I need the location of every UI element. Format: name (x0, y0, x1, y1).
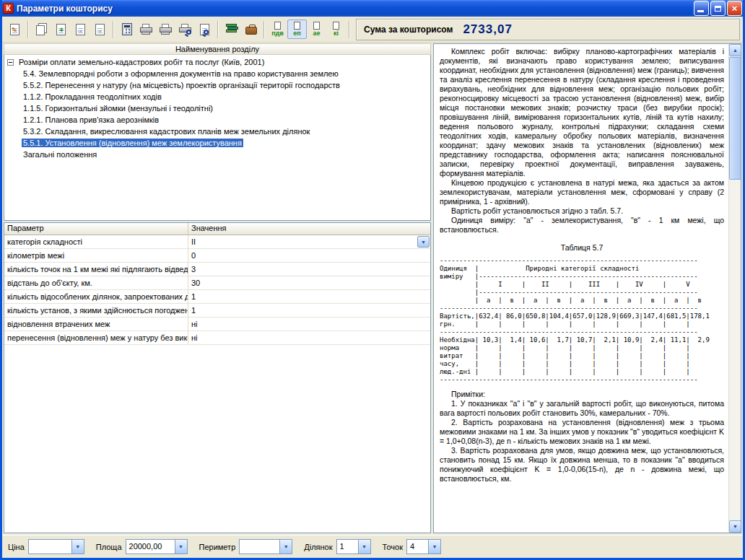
grid-header: Параметр Значення (4, 223, 430, 235)
ki-toggle-button[interactable]: кі (326, 19, 346, 39)
document-plus-icon: + (56, 24, 66, 35)
param-name: відновлення втрачених меж (4, 318, 188, 331)
table-title: Таблиця 5.7 (440, 243, 724, 253)
print-preview-button[interactable] (175, 19, 195, 39)
note-paragraph: 1. У показниках "а" і "в" у загальній ва… (440, 399, 724, 418)
chevron-down-icon[interactable]: ▼ (428, 540, 440, 554)
points-combobox[interactable]: 4 ▼ (406, 539, 441, 554)
view-document-button[interactable]: ✎ (5, 19, 25, 39)
toolbar-separator (113, 21, 114, 38)
plots-combobox[interactable]: 1 ▼ (336, 539, 371, 554)
ki-label: кі (334, 30, 339, 37)
param-row[interactable]: кілометрів межі 0 (4, 249, 430, 263)
collapse-icon[interactable] (7, 59, 14, 66)
chevron-down-icon[interactable]: ▼ (279, 540, 292, 554)
ae-toggle-button[interactable]: ае (307, 19, 326, 39)
price-table: ----------------------------------------… (440, 257, 724, 384)
toolbar-separator (217, 21, 219, 38)
price-label: Ціна (8, 543, 25, 551)
plots-label: Ділянок (304, 543, 332, 551)
points-value: 4 (407, 540, 428, 554)
description-paragraph: Вартість робіт установлюється згідно з т… (440, 206, 724, 216)
tree-item[interactable]: 5.3.2. Складання, викреслювання кадастро… (4, 126, 430, 137)
copy-document-button[interactable] (32, 19, 51, 39)
scroll-down-icon[interactable]: ▼ (729, 520, 741, 533)
perimeter-combobox[interactable]: ▼ (239, 539, 292, 554)
tree-item[interactable]: 1.1.2. Прокладання теодолітних ходів (4, 91, 430, 102)
toolbar-separator (349, 21, 350, 38)
left-panel: Найменування розділу Розміри оплати земе… (4, 43, 431, 533)
param-value: 1 (188, 290, 430, 303)
vertical-scrollbar[interactable]: ▲ ▼ (728, 44, 741, 533)
tree-item-selected[interactable]: 5.5.1. Установлення (відновлення) меж зе… (4, 137, 430, 149)
param-value: II (191, 237, 196, 246)
chevron-down-icon[interactable]: ▼ (175, 540, 187, 554)
tree-item-root[interactable]: Розміри оплати земельно-кадастрових робі… (4, 56, 430, 68)
notes-title: Примітки: (440, 390, 724, 399)
param-name: категорія складності (4, 235, 188, 248)
chevron-down-icon[interactable]: ▼ (417, 236, 430, 248)
param-name: кількість установ, з якими здійснюється … (4, 304, 188, 317)
minimize-button[interactable] (694, 1, 709, 16)
tree-item-label: 5.4. Землевпорядні роботи з оформлення д… (22, 69, 340, 78)
books-icon (226, 24, 238, 35)
area-combobox[interactable]: 20000,00 ▼ (126, 539, 188, 554)
param-name: відстань до об'єкту, км. (4, 276, 188, 289)
document-export-icon: → (95, 24, 105, 35)
param-row[interactable]: кількість відособлених ділянок, запроект… (4, 290, 430, 304)
param-name: перенесення (відновлення) меж у натуру б… (4, 331, 188, 344)
tree-item[interactable]: 5.4. Землевпорядні роботи з оформлення д… (4, 68, 430, 79)
tree-item-label: 1.1.2. Прокладання теодолітних ходів (22, 92, 163, 101)
points-label: Точок (383, 543, 403, 551)
vat-toggle-button[interactable]: пдв (268, 19, 287, 39)
sections-tree: Розміри оплати земельно-кадастрових робі… (4, 55, 431, 221)
tree-item[interactable]: 1.2.1. Планова прив'язка аерознімків (4, 114, 430, 126)
add-position-button[interactable]: + (51, 19, 71, 39)
description-paragraph: Кінцевою продукцією є установлена в нату… (440, 178, 724, 206)
calculator-button[interactable] (117, 19, 136, 39)
toolbar-separator (263, 21, 265, 38)
scrollbar-thumb[interactable] (729, 57, 741, 180)
tree-item[interactable]: 5.5.2. Перенесення у натуру (на місцевіс… (4, 79, 430, 91)
scroll-up-icon[interactable]: ▲ (729, 44, 741, 56)
param-row[interactable]: кількість точок на 1 км межі які підляга… (4, 263, 430, 276)
param-name: кількість точок на 1 км межі які підляга… (4, 263, 188, 276)
description-paragraph: Комплекс робіт включає: вибірку планово-… (440, 47, 724, 178)
vat-label: пдв (271, 30, 284, 37)
price-combobox[interactable]: ▼ (28, 539, 84, 554)
area-label: Площа (96, 543, 122, 551)
param-value: ні (188, 331, 430, 344)
move-position-button[interactable]: → (90, 19, 110, 39)
param-column-header: Параметр (4, 223, 188, 235)
param-row[interactable]: категорія складності II ▼ (4, 235, 430, 249)
perimeter-value (240, 540, 279, 554)
mini-document-icon (333, 22, 339, 30)
copy-icon (36, 25, 45, 35)
reference-books-button[interactable] (222, 19, 241, 39)
insert-position-button[interactable]: → (71, 19, 90, 39)
page-preview-button[interactable] (195, 19, 214, 39)
minimize-icon (697, 10, 704, 12)
param-row[interactable]: перенесення (відновлення) меж у натуру б… (4, 331, 430, 345)
close-button[interactable]: × (727, 1, 742, 16)
print-report-button[interactable] (156, 19, 175, 39)
print-button[interactable] (136, 19, 156, 39)
param-row[interactable]: відновлення втрачених меж ні (4, 318, 430, 331)
perimeter-label: Периметр (199, 543, 236, 551)
window-title: Параметри кошторису (17, 4, 692, 14)
chevron-down-icon[interactable]: ▼ (358, 540, 370, 554)
tree-item[interactable]: 1.1.5. Горизонтальні зйомки (мензульні і… (4, 102, 430, 114)
tree-item[interactable]: Загальні положення (4, 149, 430, 160)
tree-item-label: 5.3.2. Складання, викреслювання кадастро… (22, 127, 311, 136)
ep-toggle-button[interactable]: еп (287, 19, 307, 39)
param-value: 30 (188, 276, 430, 289)
title-bar[interactable]: К Параметри кошторису × (0, 0, 745, 17)
maximize-button[interactable] (710, 1, 726, 16)
section-description: Комплекс робіт включає: вибірку планово-… (434, 44, 728, 533)
param-value-combo[interactable]: II ▼ (188, 235, 430, 248)
param-row[interactable]: відстань до об'єкту, км. 30 (4, 276, 430, 290)
tree-column-header: Найменування розділу (4, 43, 431, 55)
param-row[interactable]: кількість установ, з якими здійснюється … (4, 304, 430, 318)
portfolio-button[interactable] (241, 19, 261, 39)
chevron-down-icon[interactable]: ▼ (71, 540, 84, 554)
